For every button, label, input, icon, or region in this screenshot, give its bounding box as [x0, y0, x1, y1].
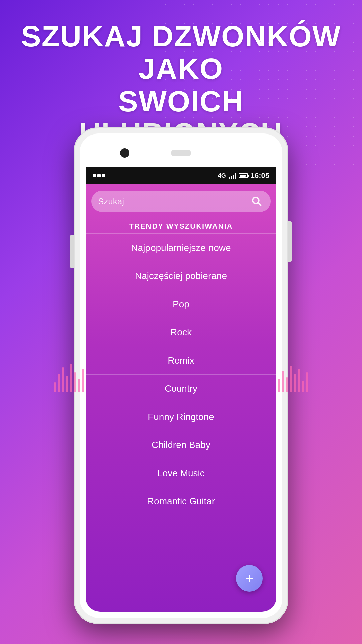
wave-bar	[66, 376, 68, 392]
wave-bar	[70, 364, 72, 392]
dot3	[102, 174, 105, 177]
dot2	[97, 174, 101, 177]
wave-bar	[306, 372, 308, 392]
list-item[interactable]: Rock	[86, 318, 276, 346]
search-icon	[251, 196, 262, 207]
wave-bar	[74, 372, 76, 392]
wave-bar	[58, 374, 60, 392]
battery-icon	[239, 173, 248, 178]
list-item[interactable]: Remix	[86, 346, 276, 374]
svg-line-1	[258, 203, 261, 206]
search-placeholder[interactable]: Szukaj	[98, 196, 249, 207]
status-time: 16:05	[251, 171, 269, 180]
signal-bar-1	[229, 177, 230, 179]
signal-bar-3	[233, 175, 234, 179]
wave-bar	[54, 382, 56, 392]
list-item-love-music[interactable]: Love Music	[86, 459, 276, 487]
wave-bar	[278, 379, 280, 392]
trends-heading: TRENDY WYSZUKIWANIA	[86, 218, 276, 233]
search-bar[interactable]: Szukaj	[91, 191, 271, 212]
list-item[interactable]: Najczęściej pobierane	[86, 262, 276, 290]
svg-point-0	[253, 197, 259, 204]
search-trends-list: Najpopularniejsze nowe Najczęściej pobie…	[86, 233, 276, 515]
list-item-funny-ringtone[interactable]: Funny Ringtone	[86, 402, 276, 431]
wave-bar	[286, 377, 288, 392]
wave-bar	[302, 381, 304, 392]
signal-bar-2	[231, 176, 232, 179]
wave-bar	[62, 367, 64, 392]
network-type: 4G	[218, 172, 226, 179]
phone-screen: 4G 16:05 Szu	[86, 167, 276, 612]
header-line1: SZUKAJ DZWONKÓW JAKO	[21, 19, 341, 85]
wave-bar	[282, 371, 284, 392]
wave-bar	[78, 379, 80, 392]
phone-inner-shell: 4G 16:05 Szu	[80, 133, 282, 618]
status-bar: 4G 16:05	[86, 167, 276, 184]
list-item-children-baby[interactable]: Children Baby	[86, 431, 276, 459]
wave-bar	[290, 366, 292, 392]
wave-bar	[82, 369, 84, 392]
list-item[interactable]: Najpopularniejsze nowe	[86, 233, 276, 262]
phone-mockup: 4G 16:05 Szu	[74, 127, 288, 624]
wave-bar	[298, 369, 300, 392]
list-item[interactable]: Pop	[86, 290, 276, 318]
notification-dots	[93, 174, 105, 177]
list-item-country[interactable]: Country	[86, 374, 276, 402]
fab-plus-icon: +	[245, 571, 254, 586]
list-item-romantic-guitar[interactable]: Romantic Guitar	[86, 487, 276, 515]
wave-decoration-left	[54, 359, 84, 392]
status-left	[93, 174, 105, 177]
signal-icon	[229, 172, 236, 179]
front-camera	[120, 148, 129, 158]
status-right: 4G 16:05	[218, 171, 269, 180]
fab-add-button[interactable]: +	[236, 565, 263, 592]
front-speaker	[171, 150, 191, 156]
signal-bar-4	[235, 173, 236, 179]
wave-decoration-right	[278, 359, 308, 392]
phone-outer-shell: 4G 16:05 Szu	[74, 127, 288, 624]
battery-fill	[240, 175, 246, 177]
side-button-right	[288, 221, 292, 262]
dot1	[93, 174, 96, 177]
search-icon-wrap[interactable]	[249, 194, 264, 209]
side-button-left	[70, 235, 74, 268]
wave-bar	[294, 374, 296, 392]
